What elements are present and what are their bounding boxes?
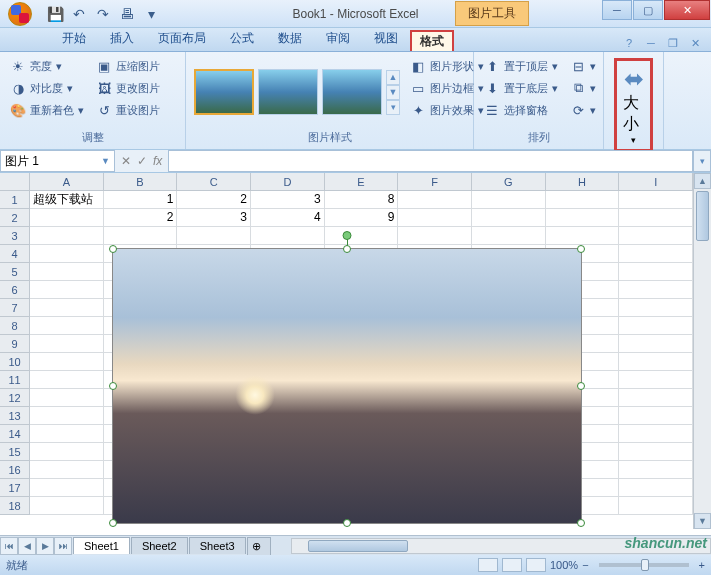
cell[interactable] [177, 227, 251, 245]
cell[interactable]: 2 [177, 191, 251, 209]
sheet-nav-first-icon[interactable]: ⏮ [0, 537, 18, 555]
row-header[interactable]: 8 [0, 317, 30, 335]
cell[interactable] [619, 281, 693, 299]
row-header[interactable]: 6 [0, 281, 30, 299]
row-header[interactable]: 3 [0, 227, 30, 245]
cell[interactable] [30, 425, 104, 443]
row-header[interactable]: 14 [0, 425, 30, 443]
vscroll-thumb[interactable] [696, 191, 709, 241]
cell[interactable] [30, 281, 104, 299]
cell[interactable] [619, 299, 693, 317]
cell[interactable] [619, 389, 693, 407]
inserted-picture[interactable] [112, 248, 582, 524]
insert-sheet-icon[interactable]: ⊕ [247, 537, 271, 555]
cancel-fx-icon[interactable]: ✕ [121, 154, 131, 168]
zoom-level[interactable]: 100% [550, 559, 578, 571]
recolor-button[interactable]: 🎨重新着色 ▾ [8, 100, 86, 120]
row-header[interactable]: 12 [0, 389, 30, 407]
mdi-minimize-icon[interactable]: ─ [643, 35, 659, 51]
row-header[interactable]: 11 [0, 371, 30, 389]
cell[interactable] [619, 479, 693, 497]
cell[interactable] [472, 209, 546, 227]
cell[interactable] [619, 353, 693, 371]
cell[interactable] [30, 353, 104, 371]
sheet-tab[interactable]: Sheet1 [73, 537, 130, 554]
cell[interactable] [619, 191, 693, 209]
office-button[interactable] [0, 0, 40, 28]
cell[interactable] [619, 227, 693, 245]
cell[interactable] [325, 227, 399, 245]
row-header[interactable]: 17 [0, 479, 30, 497]
style-thumb-1[interactable] [194, 69, 254, 115]
cell[interactable] [619, 335, 693, 353]
scroll-down-icon[interactable]: ▼ [694, 513, 711, 529]
cell[interactable] [30, 227, 104, 245]
row-header[interactable]: 5 [0, 263, 30, 281]
row-header[interactable]: 10 [0, 353, 30, 371]
resize-handle-nw[interactable] [109, 245, 117, 253]
col-header[interactable]: A [30, 173, 104, 191]
normal-view-icon[interactable] [478, 558, 498, 572]
cell[interactable] [30, 443, 104, 461]
sheet-tab[interactable]: Sheet3 [189, 537, 246, 554]
cell[interactable] [30, 317, 104, 335]
cell[interactable] [619, 263, 693, 281]
cell[interactable] [546, 227, 620, 245]
col-header[interactable]: H [546, 173, 620, 191]
resize-handle-w[interactable] [109, 382, 117, 390]
mdi-close-icon[interactable]: ✕ [687, 35, 703, 51]
tab-view[interactable]: 视图 [362, 26, 410, 51]
zoom-in-button[interactable]: + [699, 559, 705, 571]
cell[interactable] [619, 425, 693, 443]
save-icon[interactable]: 💾 [46, 5, 64, 23]
redo-icon[interactable]: ↷ [94, 5, 112, 23]
row-header[interactable]: 13 [0, 407, 30, 425]
cell[interactable] [619, 371, 693, 389]
cell[interactable]: 2 [104, 209, 178, 227]
tab-data[interactable]: 数据 [266, 26, 314, 51]
namebox-dropdown-icon[interactable]: ▼ [101, 156, 110, 166]
brightness-button[interactable]: ☀亮度 ▾ [8, 56, 86, 76]
accept-fx-icon[interactable]: ✓ [137, 154, 147, 168]
row-header[interactable]: 18 [0, 497, 30, 515]
tab-formulas[interactable]: 公式 [218, 26, 266, 51]
cell[interactable] [472, 227, 546, 245]
cell[interactable] [251, 227, 325, 245]
col-header[interactable]: G [472, 173, 546, 191]
page-break-view-icon[interactable] [526, 558, 546, 572]
zoom-slider[interactable] [599, 563, 689, 567]
gallery-down-icon[interactable]: ▼ [386, 85, 400, 100]
name-box[interactable]: 图片 1▼ [0, 150, 115, 172]
cell[interactable]: 3 [251, 191, 325, 209]
col-header[interactable]: F [398, 173, 472, 191]
cell[interactable] [30, 263, 104, 281]
mdi-restore-icon[interactable]: ❐ [665, 35, 681, 51]
cell[interactable]: 1 [104, 191, 178, 209]
resize-handle-se[interactable] [577, 519, 585, 527]
fx-icon[interactable]: fx [153, 154, 162, 168]
selection-pane-button[interactable]: ☰选择窗格 [482, 100, 560, 120]
cell[interactable]: 8 [325, 191, 399, 209]
row-header[interactable]: 16 [0, 461, 30, 479]
row-header[interactable]: 15 [0, 443, 30, 461]
compress-button[interactable]: ▣压缩图片 [94, 56, 162, 76]
resize-handle-s[interactable] [343, 519, 351, 527]
select-all-corner[interactable] [0, 173, 30, 191]
qat-dropdown-icon[interactable]: ▾ [142, 5, 160, 23]
help-icon[interactable]: ? [621, 35, 637, 51]
maximize-button[interactable]: ▢ [633, 0, 663, 20]
cell[interactable] [398, 227, 472, 245]
send-back-button[interactable]: ⬇置于底层 ▾ [482, 78, 560, 98]
row-header[interactable]: 1 [0, 191, 30, 209]
rotate-button[interactable]: ⟳▾ [568, 100, 598, 120]
cell[interactable] [398, 191, 472, 209]
tab-review[interactable]: 审阅 [314, 26, 362, 51]
cell[interactable] [30, 371, 104, 389]
group-button[interactable]: ⧉▾ [568, 78, 598, 98]
bring-front-button[interactable]: ⬆置于顶层 ▾ [482, 56, 560, 76]
row-header[interactable]: 9 [0, 335, 30, 353]
zoom-out-button[interactable]: − [582, 559, 588, 571]
cell[interactable] [619, 407, 693, 425]
cell[interactable] [30, 479, 104, 497]
style-thumb-2[interactable] [258, 69, 318, 115]
